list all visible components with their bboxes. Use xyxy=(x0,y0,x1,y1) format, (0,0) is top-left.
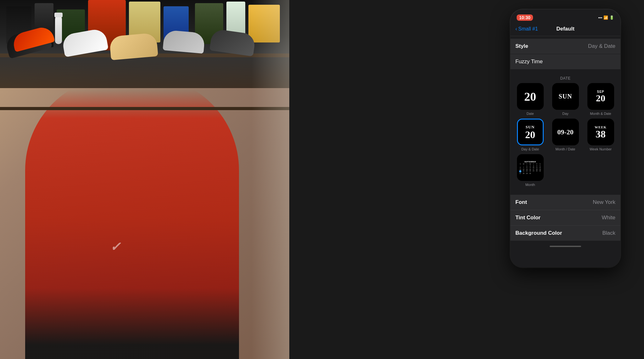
status-time: 10:30 xyxy=(517,14,533,21)
date-section: DATE 20 Date SUN Day xyxy=(510,74,620,190)
scroll-indicator xyxy=(550,246,581,247)
date-item-label-month-date: Month & Date xyxy=(590,112,611,115)
background-color-label: Background Color xyxy=(515,230,562,236)
battery-icon: 🔋 xyxy=(609,15,614,20)
tint-color-label: Tint Color xyxy=(515,215,541,221)
back-label: Small #1 xyxy=(518,26,538,32)
status-icons: ▪▪▪ 📶 🔋 xyxy=(598,15,614,20)
date-item-week[interactable]: WEEK 38 Week Number xyxy=(585,119,617,151)
background-color-row[interactable]: Background Color Black xyxy=(510,226,620,241)
back-button[interactable]: ‹ Small #1 xyxy=(515,26,538,32)
date-item-month-date[interactable]: SEP 20 Month & Date xyxy=(585,83,617,115)
fuzzy-time-label: Fuzzy Time xyxy=(515,59,543,65)
date-widget-month-date: SEP 20 xyxy=(587,83,614,110)
phone-panel: 10:30 ▪▪▪ 📶 🔋 ‹ Small #1 Default Style D… xyxy=(510,9,620,267)
tint-color-value: White xyxy=(602,215,615,221)
date-item-day-date[interactable]: SUN 20 Day & Date xyxy=(514,119,546,151)
style-value: Day & Date xyxy=(588,43,615,49)
signal-icon: ▪▪▪ xyxy=(598,15,602,20)
font-label: Font xyxy=(515,199,527,205)
date-item-label-week: Week Number xyxy=(590,147,612,151)
wifi-icon: 📶 xyxy=(603,15,608,20)
date-widget-day: SUN xyxy=(552,83,579,110)
fuzzy-time-row[interactable]: Fuzzy Time xyxy=(510,54,620,69)
status-bar: 10:30 ▪▪▪ 📶 🔋 xyxy=(510,9,620,23)
content-area: Style Day & Date Fuzzy Time DATE 20 Date xyxy=(510,36,620,263)
date-grid: 20 Date SUN Day SEP 20 xyxy=(510,83,620,190)
date-item-label-month-cal: Month xyxy=(525,183,535,187)
style-row[interactable]: Style Day & Date xyxy=(510,39,620,54)
date-item-label-day: Day xyxy=(562,112,569,115)
date-item-month-slash-date[interactable]: 09-20 Month / Date xyxy=(549,119,581,151)
style-label: Style xyxy=(515,43,528,49)
settings-group: Font New York Tint Color White Backgroun… xyxy=(510,195,620,241)
date-section-header: DATE xyxy=(510,74,620,83)
date-widget-date: 20 xyxy=(517,83,544,110)
font-value: New York xyxy=(593,199,615,205)
date-widget-day-date: SUN 20 xyxy=(517,119,544,145)
date-item-label-month-slash: Month / Date xyxy=(556,147,575,151)
page-title: Default xyxy=(556,26,575,32)
date-item-date[interactable]: 20 Date xyxy=(514,83,546,115)
date-item-month-cal[interactable]: SEPTEMBER SMTWTFS 12345 6789101112 13141… xyxy=(514,154,546,187)
date-item-day[interactable]: SUN Day xyxy=(549,83,581,115)
background-color-value: Black xyxy=(602,230,615,236)
date-widget-month-cal: SEPTEMBER SMTWTFS 12345 6789101112 13141… xyxy=(517,154,544,181)
date-widget-month-slash-date: 09-20 xyxy=(552,119,579,145)
font-row[interactable]: Font New York xyxy=(510,195,620,210)
chevron-left-icon: ‹ xyxy=(515,26,517,32)
background-photo: ✓ xyxy=(0,0,289,359)
date-item-label-date: Date xyxy=(526,112,534,115)
tint-color-row[interactable]: Tint Color White xyxy=(510,210,620,226)
date-item-label-day-date: Day & Date xyxy=(521,147,539,151)
date-widget-week: WEEK 38 xyxy=(587,119,614,145)
nav-bar: ‹ Small #1 Default xyxy=(510,23,620,36)
